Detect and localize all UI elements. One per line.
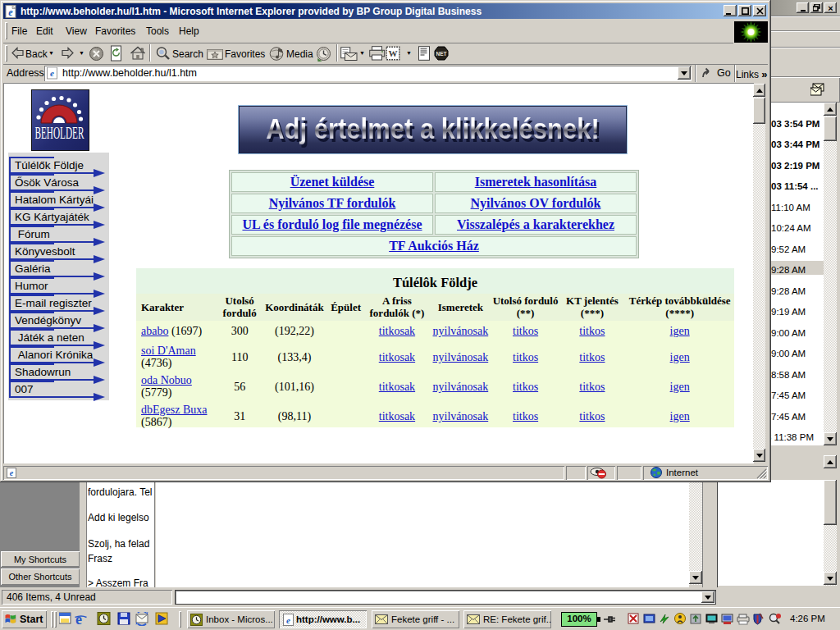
svg-text:e: e [75,612,82,626]
svg-text:NET: NET [436,51,447,57]
svg-text:W: W [389,48,398,58]
svg-text:e: e [8,6,13,17]
svg-text:e: e [10,468,14,477]
svg-text:e: e [50,68,54,78]
svg-text:e: e [286,614,290,624]
svg-text:BEHOLDER: BEHOLDER [35,123,84,143]
